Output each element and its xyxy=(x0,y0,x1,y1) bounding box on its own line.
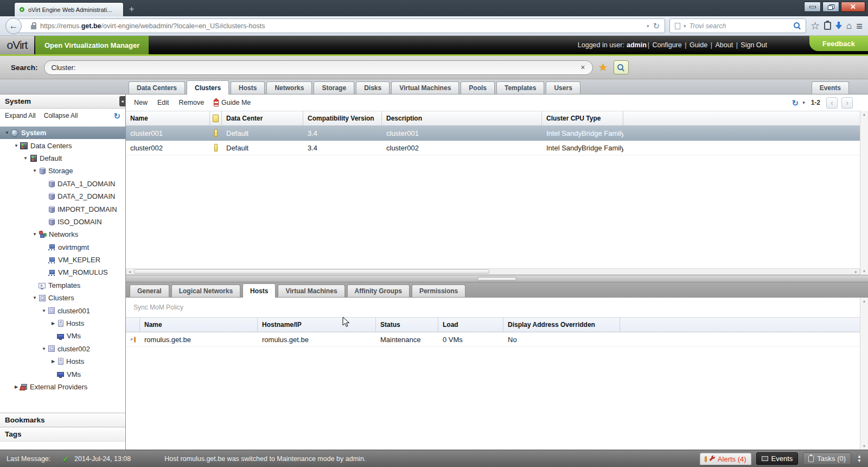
tree-item-vms[interactable]: VMs xyxy=(0,368,125,380)
column-header-icon[interactable] xyxy=(210,111,222,125)
main-tab-virtual-machines[interactable]: Virtual Machines xyxy=(391,81,459,94)
collapse-all-link[interactable]: Collapse All xyxy=(44,112,78,119)
column-header-status[interactable]: Status xyxy=(376,318,438,332)
tree-collapse-arrow-icon[interactable]: ▼ xyxy=(31,295,39,300)
tree-item-data-1-domain[interactable]: DATA_1_DOMAIN xyxy=(0,178,125,190)
host-row-romulus[interactable]: romulus.get.be romulus.get.be Maintenanc… xyxy=(126,332,868,347)
column-header-host-name[interactable]: Name xyxy=(140,318,258,332)
main-tab-events[interactable]: Events xyxy=(812,81,849,94)
bookmark-search-star-icon[interactable]: ★ xyxy=(599,62,608,72)
clear-search-icon[interactable]: × xyxy=(580,63,585,72)
tree-refresh-icon[interactable]: ↻ xyxy=(113,112,120,120)
tree-item-iso-domain[interactable]: ISO_DOMAIN xyxy=(0,216,125,228)
main-tab-users[interactable]: Users xyxy=(546,81,580,94)
refresh-dropdown-icon[interactable]: ▾ xyxy=(802,100,805,105)
column-header-data-center[interactable]: Data Center xyxy=(222,111,303,125)
detail-tab-general[interactable]: General xyxy=(130,285,169,297)
tree-expand-arrow-icon[interactable]: ▶ xyxy=(49,359,57,364)
header-link-guide[interactable]: Guide xyxy=(690,41,707,49)
tree-item-hosts[interactable]: ▶Hosts xyxy=(0,355,125,368)
detail-tab-hosts[interactable]: Hosts xyxy=(242,283,276,298)
search-input[interactable]: Cluster: × xyxy=(44,60,593,75)
tree-item-templates[interactable]: Templates xyxy=(0,279,125,292)
column-header-description[interactable]: Description xyxy=(382,111,542,125)
search-icon[interactable] xyxy=(794,22,801,29)
tree-item-cluster001[interactable]: ▼cluster001 xyxy=(0,304,125,317)
column-header-cluster-cpu-type[interactable]: Cluster CPU Type xyxy=(542,111,623,125)
header-link-about[interactable]: About xyxy=(715,41,733,49)
scroll-right-icon[interactable]: ► xyxy=(853,269,859,274)
tree-item-hosts[interactable]: ▶Hosts xyxy=(0,317,125,330)
cluster-row-cluster001[interactable]: cluster001Default3.4cluster001Intel Sand… xyxy=(126,126,868,141)
home-icon[interactable]: ⌂ xyxy=(846,21,852,30)
toolbar-button-guide-me[interactable]: Guide Me xyxy=(209,97,256,108)
scroll-left-icon[interactable]: ◄ xyxy=(126,269,133,274)
tree-collapse-arrow-icon[interactable]: ▼ xyxy=(12,143,20,148)
tasks-button[interactable]: Tasks (0) xyxy=(803,452,851,465)
column-header-compatibility-version[interactable]: Compatibility Version xyxy=(303,111,382,125)
statusbar-expand-icon[interactable]: ▲▼ xyxy=(857,455,861,463)
tree-item-ovirtmgmt[interactable]: ovirtmgmt xyxy=(0,241,125,254)
bookmark-star-icon[interactable]: ☆ xyxy=(810,21,820,31)
sidebar-section-tags[interactable]: Tags xyxy=(0,427,125,441)
url-bar[interactable]: https://remus.get.be/ovirt-engine/webadm… xyxy=(17,18,665,33)
search-engine-dropdown-icon[interactable]: ▾ xyxy=(684,23,686,29)
main-tab-networks[interactable]: Networks xyxy=(266,81,312,94)
tree-item-storage[interactable]: ▼Storage xyxy=(0,165,125,177)
tree-collapse-arrow-icon[interactable]: ▼ xyxy=(31,232,39,237)
tree-item-cluster002[interactable]: ▼cluster002 xyxy=(0,343,125,355)
detail-tab-permissions[interactable]: Permissions xyxy=(412,285,465,297)
main-tab-data-centers[interactable]: Data Centers xyxy=(129,81,185,94)
header-link-sign-out[interactable]: Sign Out xyxy=(741,41,767,49)
grid-refresh-icon[interactable]: ↻ xyxy=(792,99,799,107)
tree-item-import-domain[interactable]: IMPORT_DOMAIN xyxy=(0,203,125,215)
restore-button[interactable] xyxy=(822,2,839,12)
tree-collapse-arrow-icon[interactable]: ▼ xyxy=(40,346,48,351)
main-tab-disks[interactable]: Disks xyxy=(356,81,390,94)
tree-item-system[interactable]: ▼System xyxy=(0,127,125,139)
expand-all-link[interactable]: Expand All xyxy=(5,112,36,119)
scroll-up-icon[interactable]: ▲ xyxy=(863,112,866,116)
toolbar-button-remove[interactable]: Remove xyxy=(174,97,209,108)
reload-icon[interactable]: ↻ xyxy=(653,22,660,30)
cluster-row-cluster002[interactable]: cluster002Default3.4cluster002Intel Sand… xyxy=(126,141,868,155)
tree-item-clusters[interactable]: ▼Clusters xyxy=(0,292,125,304)
main-tab-pools[interactable]: Pools xyxy=(461,81,495,94)
events-button[interactable]: Events xyxy=(756,452,799,465)
main-tab-templates[interactable]: Templates xyxy=(496,81,544,94)
sidebar-collapse-handle[interactable]: ◄ xyxy=(119,96,125,106)
prev-page-button[interactable]: ‹ xyxy=(826,97,838,109)
horizontal-scroll-thumb[interactable] xyxy=(134,269,489,274)
feedback-button[interactable]: Feedback xyxy=(809,36,868,51)
menu-hamburger-icon[interactable]: ≡ xyxy=(856,21,863,31)
browser-search-box[interactable]: ▾ Trovi search xyxy=(669,18,806,33)
detail-tab-logical-networks[interactable]: Logical Networks xyxy=(171,285,240,297)
column-header-name[interactable]: Name xyxy=(126,111,210,125)
sidebar-section-bookmarks[interactable]: Bookmarks xyxy=(0,413,125,427)
tree-collapse-arrow-icon[interactable]: ▼ xyxy=(31,168,39,173)
search-go-button[interactable] xyxy=(614,60,629,74)
scroll-down-icon[interactable]: ▼ xyxy=(863,269,866,273)
tree-item-data-2-domain[interactable]: DATA_2_DOMAIN xyxy=(0,190,125,203)
tree-item-vm-romulus[interactable]: VM_ROMULUS xyxy=(0,266,125,279)
main-tab-clusters[interactable]: Clusters xyxy=(187,80,229,94)
tree-expand-arrow-icon[interactable]: ▶ xyxy=(49,321,57,326)
panel-splitter[interactable] xyxy=(126,275,868,282)
tree-item-default[interactable]: ▼Default xyxy=(0,152,125,165)
new-tab-button[interactable]: + xyxy=(129,5,134,14)
browser-tab[interactable]: oVirt Engine Web Administrati... xyxy=(14,2,124,16)
clusters-grid-scrollbar[interactable]: ▲▼ xyxy=(860,111,868,275)
column-header-hostname-ip[interactable]: Hostname/IP xyxy=(258,318,376,332)
main-tab-storage[interactable]: Storage xyxy=(314,81,354,94)
toolbar-button-new[interactable]: New xyxy=(129,97,152,108)
url-dropdown-icon[interactable]: ▾ xyxy=(647,23,649,29)
bookmarks-menu-icon[interactable] xyxy=(824,22,831,30)
tree-expand-arrow-icon[interactable]: ▶ xyxy=(12,384,20,389)
header-link-configure[interactable]: Configure xyxy=(653,41,682,49)
sync-mom-policy-button[interactable]: Sync MoM Policy xyxy=(133,304,183,311)
close-button[interactable]: ✕ xyxy=(841,2,865,12)
tree-item-external-providers[interactable]: ▶External Providers xyxy=(0,381,125,393)
tree-collapse-arrow-icon[interactable]: ▼ xyxy=(40,308,48,313)
tree-collapse-arrow-icon[interactable]: ▼ xyxy=(22,156,29,161)
detail-tab-affinity-groups[interactable]: Affinity Groups xyxy=(347,285,410,297)
